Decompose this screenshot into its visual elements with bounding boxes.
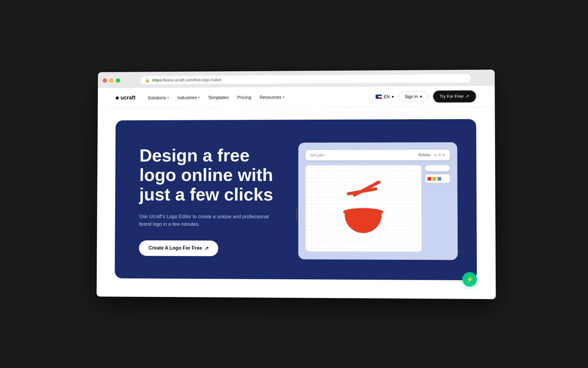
chevron-down-icon: ▾	[392, 94, 394, 99]
canvas-area[interactable]	[305, 165, 421, 252]
nav-right: EN ▾ Sign in ▾ Try For Free ↗	[376, 90, 476, 103]
hero-title: Design a free logo online with just a fe…	[139, 145, 280, 204]
signin-label: Sign in	[405, 94, 418, 99]
arrow-icon: ↗	[466, 94, 469, 98]
dot-icon	[438, 154, 441, 156]
browser-chrome: 🔒 https://www.ucraft.com/free-logo-maker	[98, 70, 495, 88]
editor-search: tom yam	[311, 153, 415, 157]
minimize-button[interactable]	[109, 78, 114, 82]
chevron-down-icon: ▾	[283, 95, 284, 99]
chat-icon: ⚡	[466, 276, 474, 283]
try-for-free-button[interactable]: Try For Free ↗	[433, 90, 476, 102]
titlebar: 🔒 https://www.ucraft.com/free-logo-maker	[103, 74, 490, 84]
cursor-indicator	[296, 208, 297, 220]
logo-illustration	[341, 184, 385, 233]
logo-dot	[116, 96, 119, 99]
swatch-blue[interactable]	[437, 177, 441, 181]
close-button[interactable]	[103, 78, 107, 82]
url-rest: www.ucraft.com/free-logo-maker	[165, 78, 221, 82]
dot-icon	[442, 154, 445, 156]
chevron-down-icon: ▾	[198, 96, 200, 99]
chat-bubble[interactable]: ⚡	[462, 272, 477, 286]
brand-logo[interactable]: ucraft	[116, 94, 136, 101]
editor-main	[305, 165, 450, 252]
url-text: https://www.ucraft.com/free-logo-maker	[152, 78, 222, 82]
flag-icon	[376, 94, 382, 99]
toolbar-dots	[434, 154, 445, 156]
lang-label: EN	[384, 94, 390, 99]
color-swatches[interactable]	[425, 174, 450, 183]
nav-resources[interactable]: Resources ▾	[260, 94, 284, 100]
page-content: Design a free logo online with just a fe…	[96, 107, 496, 299]
nav-resources-label: Resources	[260, 94, 281, 100]
language-selector[interactable]: EN ▾	[376, 94, 394, 99]
maximize-button[interactable]	[116, 78, 120, 82]
swatch-orange[interactable]	[432, 177, 436, 181]
arrow-icon: ↗	[205, 245, 209, 251]
url-https: https://	[152, 78, 165, 82]
nav-templates[interactable]: Templates	[208, 95, 229, 100]
side-panel	[425, 165, 450, 183]
resize-handle[interactable]	[425, 165, 450, 171]
logo-text: ucraft	[121, 94, 136, 101]
nav-industries[interactable]: Industries ▾	[177, 95, 200, 100]
nav-pricing-label: Pricing	[237, 95, 251, 100]
nav-pricing[interactable]: Pricing	[237, 95, 251, 100]
chevron-down-icon: ▾	[167, 96, 169, 99]
editor-preview: tom yam Roboto	[298, 142, 458, 260]
dot-icon	[434, 154, 437, 156]
chevron-down-icon: ▾	[420, 94, 422, 99]
try-label: Try For Free	[439, 94, 463, 98]
nav-items: Solutions ▾ Industries ▾ Templates Prici…	[148, 94, 376, 100]
hero-section: Design a free logo online with just a fe…	[115, 119, 477, 280]
swatch-red[interactable]	[427, 177, 431, 181]
editor-style: Roboto	[418, 153, 430, 157]
address-bar[interactable]: 🔒 https://www.ucraft.com/free-logo-maker	[140, 74, 471, 84]
create-logo-label: Create A Logo For Free	[149, 245, 202, 251]
hero-content: Design a free logo online with just a fe…	[139, 145, 280, 256]
browser-window: 🔒 https://www.ucraft.com/free-logo-maker…	[96, 70, 496, 299]
create-logo-button[interactable]: Create A Logo For Free ↗	[139, 240, 218, 256]
nav-solutions[interactable]: Solutions ▾	[148, 95, 169, 100]
navbar: ucraft Solutions ▾ Industries ▾ Template…	[98, 86, 495, 108]
editor-toolbar: tom yam Roboto	[306, 150, 450, 160]
signin-button[interactable]: Sign in ▾	[399, 91, 428, 102]
nav-templates-label: Templates	[208, 95, 229, 100]
lock-icon: 🔒	[145, 78, 150, 82]
nav-solutions-label: Solutions	[148, 95, 166, 100]
hero-subtitle: Use Ucraft's Logo Editor to create a uni…	[139, 213, 273, 228]
nav-industries-label: Industries	[177, 95, 197, 100]
